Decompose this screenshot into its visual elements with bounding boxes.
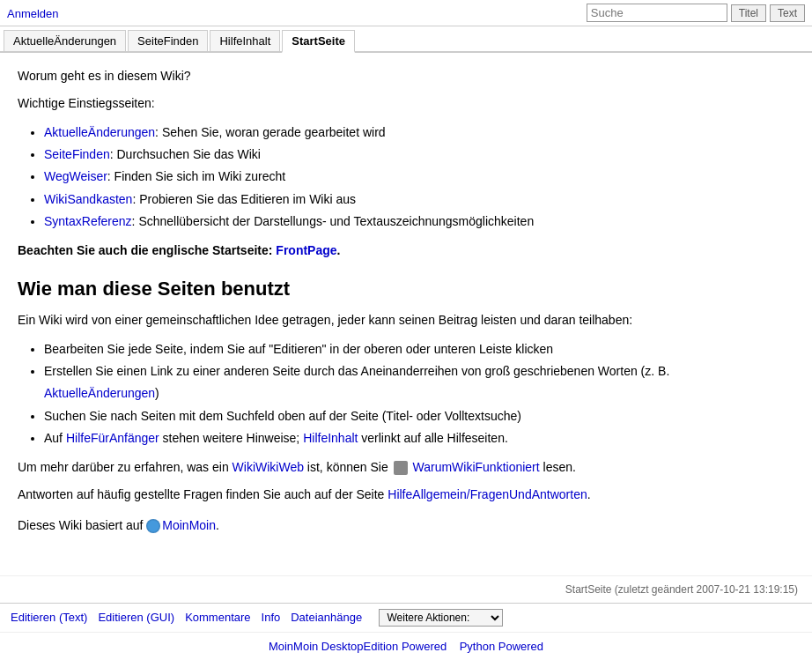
para2-post: lesen. xyxy=(540,460,576,474)
topbar-right: Titel Text xyxy=(587,4,805,22)
seite-finden-link[interactable]: SeiteFinden xyxy=(44,147,110,161)
link-desc-1: : Durchsuchen Sie das Wiki xyxy=(110,147,261,161)
link-desc-4: : Schnellübersicht der Darstellungs- und… xyxy=(132,214,535,228)
para3-pre: Antworten auf häufig gestellte Fragen fi… xyxy=(18,487,388,501)
list-item: WegWeiser: Finden Sie sich im Wiki zurec… xyxy=(44,166,775,188)
list-item: Bearbeiten Sie jede Seite, indem Sie auf… xyxy=(44,338,775,360)
how-to-list: Bearbeiten Sie jede Seite, indem Sie auf… xyxy=(44,338,775,449)
tab-start-seite[interactable]: StartSeite xyxy=(282,30,355,53)
moin-logo-icon xyxy=(146,519,160,533)
edit-text-link[interactable]: Editieren (Text) xyxy=(11,611,87,624)
bullet3-post: verlinkt auf alle Hilfeseiten. xyxy=(358,431,507,445)
tab-hilfe-inhalt[interactable]: HilfeInhalt xyxy=(210,30,280,51)
bullet1-pre: Erstellen Sie einen Link zu einer andere… xyxy=(44,364,669,378)
list-item: SyntaxReferenz: Schnellübersicht der Dar… xyxy=(44,211,775,233)
list-item: AktuelleÄnderungen: Sehen Sie, woran ger… xyxy=(44,122,775,144)
bullet0-text: Bearbeiten Sie jede Seite, indem Sie auf… xyxy=(44,342,553,356)
main-content: Worum geht es in diesem Wiki? Wichtige E… xyxy=(0,53,793,558)
attachments-link[interactable]: Dateianhänge xyxy=(291,611,362,624)
bullet1-post: ) xyxy=(155,386,159,400)
login-link[interactable]: Anmelden xyxy=(7,7,59,20)
syntax-referenz-link[interactable]: SyntaxReferenz xyxy=(44,214,132,228)
last-modified: StartSeite (zuletzt geändert 2007-10-21 … xyxy=(565,583,798,596)
frontpage-notice: Beachten Sie auch die englische Startsei… xyxy=(18,241,775,260)
para2-mid: ist, können Sie xyxy=(304,460,392,474)
hilfe-anfaenger-link[interactable]: HilfeFürAnfänger xyxy=(66,431,159,445)
bullet3-mid: stehen weitere Hinweise; xyxy=(159,431,303,445)
list-item: Suchen Sie nach Seiten mit dem Suchfeld … xyxy=(44,405,775,427)
hilfe-allgemein-link[interactable]: HilfeAllgemein/FragenUndAntworten xyxy=(388,487,587,501)
wiki-wiki-web-link[interactable]: WikiWikiWeb xyxy=(233,460,304,474)
bullet3-pre: Auf xyxy=(44,431,66,445)
para3: Antworten auf häufig gestellte Fragen fi… xyxy=(18,486,775,504)
list-item: Auf HilfeFürAnfänger stehen weitere Hinw… xyxy=(44,427,775,449)
nav-tabs: AktuelleÄnderungen SeiteFinden HilfeInha… xyxy=(0,26,812,53)
edit-gui-link[interactable]: Editieren (GUI) xyxy=(98,611,174,624)
moinmoin-powered-link[interactable]: MoinMoin DesktopEdition Powered xyxy=(269,640,447,653)
link-desc-2: : Finden Sie sich im Wiki zurecht xyxy=(107,169,285,183)
wiki-sandkasten-link[interactable]: WikiSandkasten xyxy=(44,192,132,206)
list-item: Erstellen Sie einen Link zu einer andere… xyxy=(44,360,775,404)
comments-link[interactable]: Kommentare xyxy=(185,611,250,624)
tab-seite-finden[interactable]: SeiteFinden xyxy=(128,30,208,51)
frontpage-post: . xyxy=(337,243,341,257)
para2: Um mehr darüber zu erfahren, was ein Wik… xyxy=(18,458,775,477)
para2-pre: Um mehr darüber zu erfahren, was ein xyxy=(18,460,233,474)
search-input[interactable] xyxy=(587,4,727,22)
hilfe-inhalt-link[interactable]: HilfeInhalt xyxy=(303,431,358,445)
footer-bottom: MoinMoin DesktopEdition Powered Python P… xyxy=(0,632,812,660)
basiert-para: Dieses Wiki basiert auf MoinMoin. xyxy=(18,516,775,535)
frontpage-pre: Beachten Sie auch die englische Startsei… xyxy=(18,243,276,257)
frontpage-link[interactable]: FrontPage xyxy=(276,243,336,257)
footer-actions: Editieren (Text) Editieren (GUI) Komment… xyxy=(0,603,812,632)
para3-post: . xyxy=(587,487,591,501)
intro-question: Worum geht es in diesem Wiki? xyxy=(18,67,775,85)
weg-weiser-link[interactable]: WegWeiser xyxy=(44,169,107,183)
link-desc-3: : Probieren Sie das Editieren im Wiki au… xyxy=(132,192,356,206)
moin-moin-link[interactable]: MoinMoin xyxy=(162,518,216,532)
aktuelle-aenderungen-link2[interactable]: AktuelleÄnderungen xyxy=(44,386,155,400)
more-actions-select[interactable]: Weitere Aktionen:UmbenennenLöschenAls Vo… xyxy=(379,609,503,627)
topbar: Anmelden Titel Text xyxy=(0,0,812,26)
topbar-left: Anmelden xyxy=(7,6,59,20)
main-links-list: AktuelleÄnderungen: Sehen Sie, woran ger… xyxy=(44,122,775,233)
bullet2-text: Suchen Sie nach Seiten mit dem Suchfeld … xyxy=(44,409,521,423)
footer-info: StartSeite (zuletzt geändert 2007-10-21 … xyxy=(0,575,812,603)
python-powered-link[interactable]: Python Powered xyxy=(460,640,543,653)
main-heading: Wie man diese Seiten benutzt xyxy=(18,278,775,300)
tab-aktuelle-aenderungen[interactable]: AktuelleÄnderungen xyxy=(4,30,126,51)
link-desc-0: : Sehen Sie, woran gerade gearbeitet wir… xyxy=(155,125,386,139)
info-link[interactable]: Info xyxy=(262,611,281,624)
title-button[interactable]: Titel xyxy=(731,4,766,22)
intro-einstieg: Wichtige Einstiegsseiten: xyxy=(18,94,775,113)
list-item: SeiteFinden: Durchsuchen Sie das Wiki xyxy=(44,144,775,166)
basiert-post: . xyxy=(216,518,219,532)
para1: Ein Wiki wird von einer gemeinschaftlich… xyxy=(18,311,775,330)
aktuelle-aenderungen-link[interactable]: AktuelleÄnderungen xyxy=(44,125,155,139)
list-item: WikiSandkasten: Probieren Sie das Editie… xyxy=(44,189,775,211)
warum-wiki-link[interactable]: WarumWikiFunktioniert xyxy=(412,460,539,474)
basiert-pre: Dieses Wiki basiert auf xyxy=(18,518,146,532)
wiki-logo-icon xyxy=(394,461,408,475)
text-button[interactable]: Text xyxy=(770,4,805,22)
